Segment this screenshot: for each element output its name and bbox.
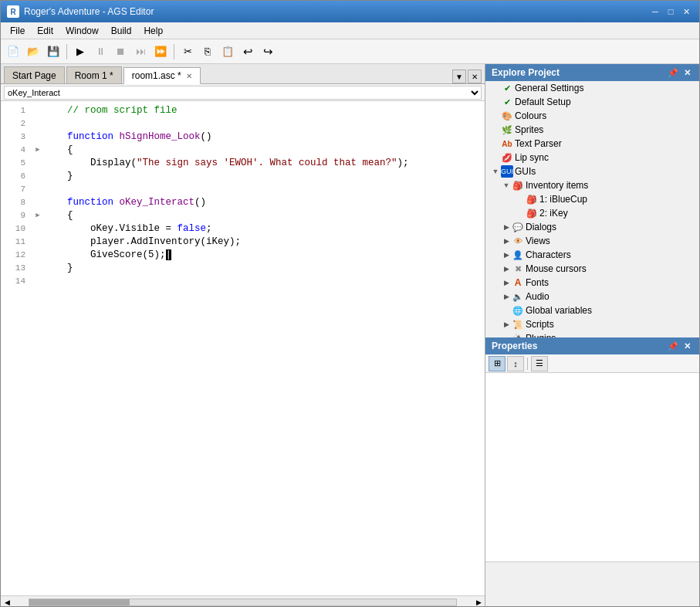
main-layout: Start Page Room 1 * room1.asc * ✕ ▼ ✕ oK… — [1, 64, 699, 607]
menu-file[interactable]: File — [4, 24, 31, 38]
explorer-close-button[interactable]: ✕ — [681, 66, 693, 79]
tree-item-lip-sync[interactable]: 💋 Lip sync — [485, 151, 699, 164]
scripts-icon: 📜 — [512, 318, 524, 331]
lip-sync-icon: 💋 — [501, 151, 513, 164]
explorer-tree[interactable]: ✔ General Settings ✔ Default Setup 🎨 Col… — [485, 81, 699, 337]
fonts-icon: A — [512, 276, 524, 289]
tree-item-guis[interactable]: ▼ GUI GUIs — [485, 164, 699, 178]
tab-close-icon[interactable]: ✕ — [186, 72, 192, 80]
tab-dropdown-button[interactable]: ▼ — [452, 70, 466, 83]
tree-item-text-parser[interactable]: Ab Text Parser — [485, 137, 699, 151]
mouse-cursors-icon: ✖ — [512, 263, 524, 275]
dialogs-icon: 💬 — [512, 221, 524, 233]
minimize-button[interactable]: ─ — [648, 5, 662, 19]
scroll-left-button[interactable]: ◀ — [1, 596, 13, 608]
tree-item-sprites[interactable]: 🌿 Sprites — [485, 123, 699, 137]
prop-separator — [527, 358, 528, 370]
code-line: 4 ▶ { — [1, 144, 485, 157]
properties-close-button[interactable]: ✕ — [681, 340, 693, 352]
prop-desc-button[interactable]: ☰ — [531, 356, 548, 371]
tree-item-audio[interactable]: ▶ 🔈 Audio — [485, 290, 699, 304]
save-button[interactable]: 💾 — [44, 42, 63, 61]
inv-item-icon: 🎒 — [526, 193, 538, 205]
separator-2 — [174, 44, 174, 59]
tree-item-views[interactable]: ▶ 👁 Views — [485, 234, 699, 248]
horizontal-scrollbar[interactable]: ◀ ▶ — [1, 595, 485, 607]
explorer-pin-button[interactable]: 📌 — [667, 66, 679, 79]
code-line: 14 — [1, 275, 485, 288]
new-file-button[interactable]: 📄 — [4, 42, 22, 61]
run-button[interactable]: ▶ — [71, 42, 90, 61]
undo-button[interactable]: ↩ — [238, 42, 257, 61]
cut-button[interactable]: ✂ — [178, 42, 197, 61]
check-icon: ✔ — [501, 82, 513, 94]
properties-toolbar: ⊞ ↕ ☰ — [485, 354, 699, 373]
scroll-track[interactable] — [29, 599, 457, 606]
code-line: 3 function hSignHome_Look() — [1, 131, 485, 144]
redo-button[interactable]: ↪ — [259, 42, 277, 61]
paste-button[interactable]: 📋 — [218, 42, 237, 61]
inv-item-icon: 🎒 — [526, 207, 538, 219]
code-line: 6 } — [1, 170, 485, 183]
step-over-button[interactable]: ⏭ — [131, 42, 150, 61]
code-line: 11 player.AddInventory(iKey); — [1, 236, 485, 249]
scroll-thumb[interactable] — [29, 599, 130, 605]
tree-item-colours[interactable]: 🎨 Colours — [485, 109, 699, 123]
gui-icon: GUI — [501, 165, 513, 178]
prop-sort-button[interactable]: ↕ — [507, 356, 524, 371]
function-selector[interactable]: oKey_Interact hSignHome_Look — [4, 86, 482, 100]
scroll-right-button[interactable]: ▶ — [472, 596, 485, 608]
check-icon: ✔ — [501, 96, 513, 108]
code-line: 5 Display("The sign says 'EWOH'. What co… — [1, 157, 485, 170]
tree-item-inv-2[interactable]: 🎒 2: iKey — [485, 206, 699, 220]
explorer-tree-wrapper: ✔ General Settings ✔ Default Setup 🎨 Col… — [485, 81, 699, 337]
stop-button[interactable]: ⏹ — [111, 42, 130, 61]
tree-item-default-setup[interactable]: ✔ Default Setup — [485, 95, 699, 109]
menu-edit[interactable]: Edit — [31, 24, 59, 38]
menu-window[interactable]: Window — [59, 24, 105, 38]
tree-item-general-settings[interactable]: ✔ General Settings — [485, 81, 699, 95]
gutter-expand-icon: ▶ — [32, 209, 44, 222]
tab-start-page[interactable]: Start Page — [4, 66, 65, 83]
characters-icon: 👤 — [512, 249, 524, 261]
separator-1 — [66, 44, 67, 59]
tree-item-mouse-cursors[interactable]: ▶ ✖ Mouse cursors — [485, 262, 699, 276]
code-line: 2 — [1, 117, 485, 131]
explorer-title: Explore Project — [492, 67, 665, 78]
editor-panel: Start Page Room 1 * room1.asc * ✕ ▼ ✕ oK… — [1, 64, 485, 607]
copy-button[interactable]: ⎘ — [198, 42, 217, 61]
prop-categorized-button[interactable]: ⊞ — [489, 356, 506, 371]
tree-item-global-variables[interactable]: 🌐 Global variables — [485, 304, 699, 317]
tree-item-fonts[interactable]: ▶ A Fonts — [485, 276, 699, 290]
tree-item-characters[interactable]: ▶ 👤 Characters — [485, 248, 699, 262]
explorer-header: Explore Project 📌 ✕ — [485, 64, 699, 81]
properties-description — [485, 561, 699, 607]
properties-pin-button[interactable]: 📌 — [667, 340, 679, 352]
toolbar: 📄 📂 💾 ▶ ⏸ ⏹ ⏭ ⏩ ✂ ⎘ 📋 ↩ ↪ — [1, 39, 699, 64]
tab-room1-asc[interactable]: room1.asc * ✕ — [123, 67, 201, 84]
code-line: 9 ▶ { — [1, 209, 485, 222]
tree-item-plugins[interactable]: 🔌 Plugins — [485, 331, 699, 337]
title-bar: R Roger's Adventure - AGS Editor ─ □ ✕ — [1, 1, 699, 22]
tree-item-dialogs[interactable]: ▶ 💬 Dialogs — [485, 220, 699, 234]
tree-item-scripts[interactable]: ▶ 📜 Scripts — [485, 317, 699, 331]
tab-room1[interactable]: Room 1 * — [66, 66, 122, 83]
plugins-icon: 🔌 — [512, 332, 524, 337]
code-line: 12 GiveScore(5);| — [1, 249, 485, 262]
maximize-button[interactable]: □ — [664, 5, 678, 19]
function-bar: oKey_Interact hSignHome_Look — [1, 84, 485, 101]
pause-button[interactable]: ⏸ — [91, 42, 110, 61]
properties-content — [485, 373, 699, 561]
open-button[interactable]: 📂 — [24, 42, 42, 61]
tab-bar: Start Page Room 1 * room1.asc * ✕ ▼ ✕ — [1, 64, 485, 84]
right-panel: Explore Project 📌 ✕ ✔ General Settings ✔ — [485, 64, 699, 607]
global-vars-icon: 🌐 — [512, 304, 524, 317]
tree-item-inventory-items[interactable]: ▼ 🎒 Inventory items — [485, 178, 699, 192]
tree-item-inv-1[interactable]: 🎒 1: iBlueCup — [485, 192, 699, 206]
tab-close-all-button[interactable]: ✕ — [468, 70, 482, 83]
close-button[interactable]: ✕ — [679, 5, 693, 19]
menu-help[interactable]: Help — [137, 24, 169, 38]
code-editor[interactable]: 1 // room script file 2 3 function hSign… — [1, 101, 485, 595]
step-into-button[interactable]: ⏩ — [151, 42, 170, 61]
menu-build[interactable]: Build — [105, 24, 138, 38]
